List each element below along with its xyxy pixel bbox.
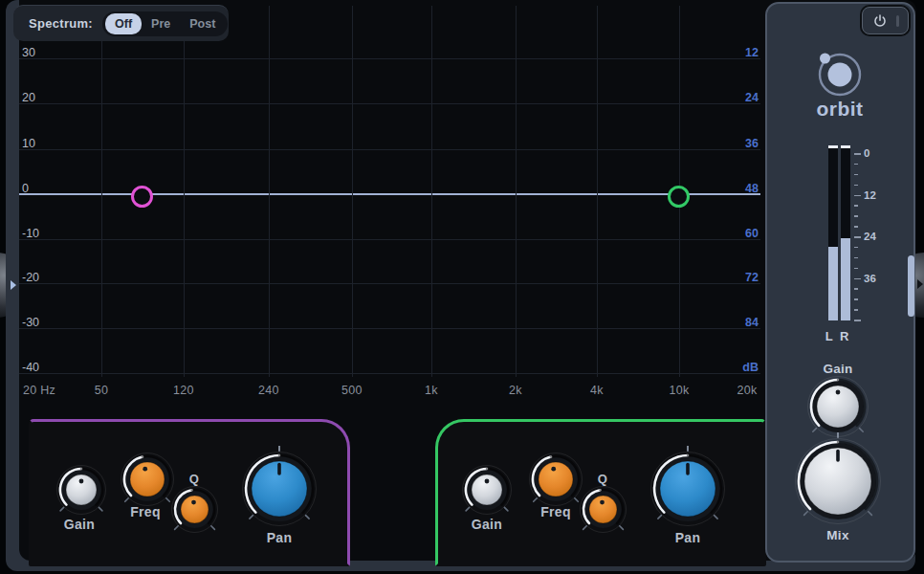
meter-scale-label: 0 <box>864 147 889 159</box>
meter-tick <box>854 185 858 187</box>
band2-pan-label: Pan <box>659 530 716 545</box>
db-axis-label: -10 <box>22 227 60 240</box>
gridline-h <box>19 239 760 240</box>
gridline-v <box>184 6 185 377</box>
meter-tick <box>854 247 858 249</box>
db-axis-label: 30 <box>22 46 60 59</box>
band2-q-knob[interactable] <box>574 480 632 539</box>
spectrum-axis-label: 48 <box>715 182 759 195</box>
bypass-indicator <box>896 15 899 27</box>
band2-q-label: Q <box>588 472 617 486</box>
meter-fill-left <box>828 247 838 320</box>
meter-tick <box>854 257 858 259</box>
db-axis-label: -20 <box>22 271 60 284</box>
meter-peak-left <box>828 145 838 148</box>
mix-label: Mix <box>809 528 867 542</box>
meter-tick <box>854 278 861 280</box>
gridline-v <box>431 6 432 377</box>
meter-tick <box>854 320 861 321</box>
band1-gain-knob[interactable] <box>51 459 112 520</box>
meter-tick <box>854 195 861 197</box>
freq-axis-label: 10k <box>650 384 708 397</box>
spectrum-axis-label: 24 <box>715 91 759 104</box>
freq-axis-label: 120 <box>155 384 212 397</box>
panel-scrollbar-thumb[interactable] <box>908 255 914 317</box>
gridline-h <box>19 149 760 150</box>
meter-tick <box>854 288 858 290</box>
meter-peak-right <box>841 145 850 148</box>
spectrum-option-post[interactable]: Post <box>180 13 225 34</box>
power-button-face <box>862 7 909 34</box>
spectrum-axis-label: 60 <box>715 227 759 240</box>
band2-pan-knob[interactable] <box>645 446 731 532</box>
spectrum-axis-label: 72 <box>715 271 759 284</box>
spectrum-option-pre[interactable]: Pre <box>142 13 180 34</box>
band2-handle[interactable] <box>668 186 690 208</box>
freq-axis-label: 240 <box>240 384 297 397</box>
gridline-h <box>19 373 760 374</box>
output-gain-label: Gain <box>809 362 867 376</box>
meter-tick <box>854 298 858 300</box>
band2-gain-label: Gain <box>458 517 516 532</box>
meter-scale-label: 12 <box>864 189 889 201</box>
power-icon <box>872 13 888 29</box>
freq-axis-label: 50 <box>73 384 130 397</box>
mix-knob[interactable] <box>789 432 887 530</box>
meter-scale-label: 24 <box>864 231 889 242</box>
gridline-v <box>597 6 598 377</box>
freq-axis-label: 2k <box>487 384 544 397</box>
band1-gain-label: Gain <box>51 517 108 532</box>
band1-pan-knob[interactable] <box>236 446 322 532</box>
meter-tick <box>854 226 858 228</box>
spectrum-control: Spectrum: OffPrePost <box>13 5 229 41</box>
meter-tick <box>854 164 858 166</box>
chevron-right-icon[interactable] <box>11 280 16 290</box>
meter-tick <box>854 215 858 217</box>
meter-scale-label: 36 <box>864 273 889 284</box>
power-button[interactable] <box>860 5 911 36</box>
meter-tick <box>854 174 858 176</box>
gridline-v <box>269 6 270 377</box>
spectrum-option-off[interactable]: Off <box>105 13 142 34</box>
meter-tick <box>854 309 858 311</box>
db-axis-label: 0 <box>22 182 60 195</box>
meter-tick <box>854 236 861 238</box>
spectrum-toggle: OffPrePost <box>102 11 228 36</box>
eq-graph[interactable] <box>19 0 760 413</box>
db-axis-label: 10 <box>22 137 60 150</box>
meter-channel-label: L R <box>819 329 857 343</box>
gridline-v <box>352 6 353 377</box>
band1-handle[interactable] <box>131 186 153 208</box>
freq-axis-label: 20 Hz <box>23 384 80 397</box>
spectrum-axis-label: 12 <box>715 46 759 59</box>
orbit-logo-icon <box>814 46 866 101</box>
meter-tick <box>854 153 861 155</box>
freq-axis-label: 4k <box>568 384 626 397</box>
gridline-v <box>101 6 102 377</box>
gridline-h <box>19 328 760 329</box>
meter-tick <box>854 268 858 270</box>
gridline-h <box>19 283 760 284</box>
gridline-v <box>516 6 517 377</box>
chevron-right-icon[interactable] <box>917 279 923 289</box>
spectrum-axis-label: 36 <box>715 137 759 150</box>
spectrum-label: Spectrum: <box>29 16 93 31</box>
band2-gain-knob[interactable] <box>456 459 517 520</box>
spectrum-axis-label: dB <box>715 361 759 374</box>
band1-q-label: Q <box>180 472 209 486</box>
orbit-logo-text: orbit <box>802 98 878 121</box>
plugin-window: Spectrum: OffPrePost orbit L R 301220241… <box>0 0 924 574</box>
spectrum-axis-label: 84 <box>715 316 759 329</box>
gridline-h <box>19 58 760 59</box>
db-axis-label: -40 <box>22 361 60 374</box>
freq-axis-label: 1k <box>403 384 460 397</box>
band1-pan-label: Pan <box>251 530 308 545</box>
db-axis-label: 20 <box>22 91 60 104</box>
meter-tick <box>854 205 858 207</box>
gridline-h <box>19 103 760 104</box>
meter-fill-right <box>841 238 850 320</box>
db-axis-label: -30 <box>22 316 60 329</box>
band1-q-knob[interactable] <box>165 480 224 539</box>
freq-axis-label: 500 <box>323 384 381 397</box>
